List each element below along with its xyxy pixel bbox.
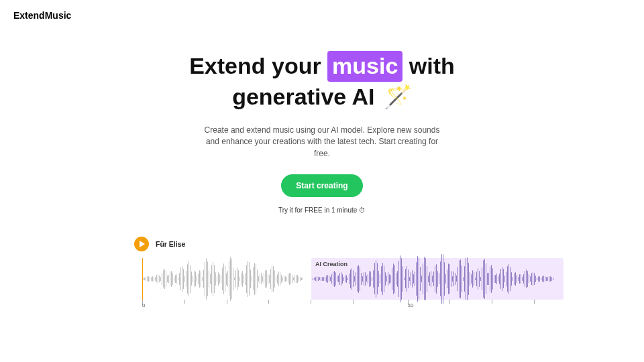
headline-pre: Extend your bbox=[189, 53, 327, 78]
try-it-text: Try it for FREE in 1 minute ⏱ bbox=[0, 206, 644, 214]
audio-player: Für Elise AI Creation 0 10 bbox=[134, 237, 564, 309]
track-title: Für Elise bbox=[156, 240, 185, 248]
start-creating-button[interactable]: Start creating bbox=[281, 174, 362, 197]
headline: Extend your music with generative AI 🪄 bbox=[181, 51, 463, 113]
time-ruler: 0 10 bbox=[142, 300, 564, 309]
ai-creation-label: AI Creation bbox=[315, 261, 347, 267]
hero-subtext: Create and extend music using our AI mod… bbox=[201, 125, 443, 160]
player-header: Für Elise bbox=[134, 237, 564, 251]
play-icon bbox=[139, 241, 145, 247]
header: ExtendMusic bbox=[0, 0, 644, 31]
waveform-original bbox=[143, 258, 311, 300]
ruler-end: 10 bbox=[408, 302, 414, 308]
waveform[interactable]: AI Creation bbox=[142, 258, 564, 300]
hero: Extend your music with generative AI 🪄 C… bbox=[0, 51, 644, 214]
brand-link[interactable]: ExtendMusic bbox=[13, 10, 71, 21]
headline-highlight: music bbox=[327, 51, 402, 82]
ruler-start: 0 bbox=[142, 302, 145, 308]
wand-icon: 🪄 bbox=[384, 84, 412, 109]
play-button[interactable] bbox=[134, 237, 149, 251]
waveform-ai bbox=[311, 258, 564, 300]
